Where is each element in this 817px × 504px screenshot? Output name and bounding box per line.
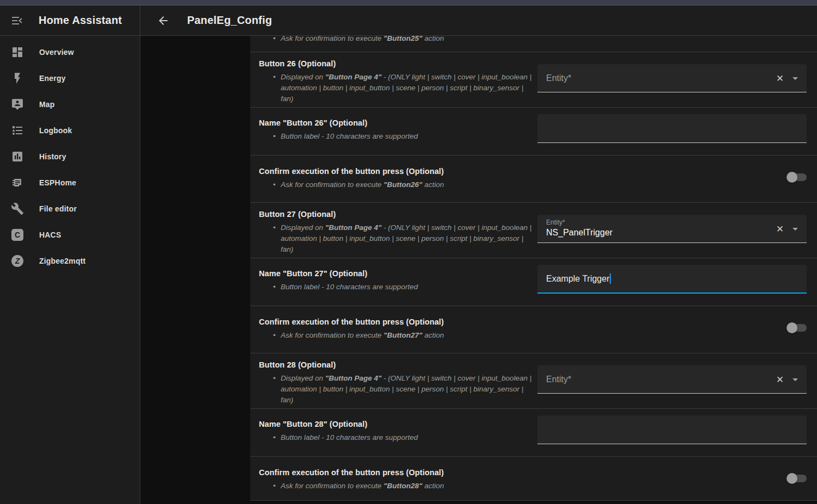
text-cursor — [610, 273, 611, 284]
config-row-button27: Button 27 (Optional) • Displayed on "But… — [250, 203, 817, 258]
sidebar-item-label: Logbook — [39, 126, 72, 135]
panel-header: PanelEg_Config — [140, 5, 817, 35]
sidebar-item-zigbee2mqtt[interactable]: Z Zigbee2mqtt — [0, 248, 140, 274]
row-heading: Name "Button 27" (Optional) — [259, 269, 534, 279]
row-heading: Button 26 (Optional) — [259, 59, 534, 69]
dropdown-caret-icon[interactable] — [793, 378, 798, 381]
name-input-button28[interactable] — [537, 415, 807, 444]
hacs-icon: C — [11, 228, 24, 241]
row-heading: Name "Button 26" (Optional) — [259, 118, 534, 128]
row-description: • Ask for confirmation to execute "Butto… — [259, 179, 534, 190]
config-row-clipped: • Ask for confirmation to execute "Butto… — [250, 36, 817, 52]
row-description: • Displayed on "Button Page 4" - (ONLY l… — [259, 373, 534, 406]
zigbee-icon: Z — [11, 254, 24, 267]
sidebar-item-history[interactable]: History — [0, 144, 140, 170]
config-row-name-button27: Name "Button 27" (Optional) • Button lab… — [250, 258, 817, 306]
flash-icon — [11, 72, 24, 85]
name-input-button26[interactable] — [537, 114, 807, 143]
page-title: PanelEg_Config — [187, 14, 272, 27]
list-icon — [11, 124, 24, 137]
entity-field-label: Entity* — [546, 375, 571, 384]
config-row-name-button26: Name "Button 26" (Optional) • Button lab… — [250, 108, 817, 155]
sidebar-item-label: ESPHome — [39, 178, 76, 187]
confirm-toggle-button28[interactable] — [787, 473, 807, 484]
clear-icon[interactable]: ✕ — [776, 73, 784, 83]
map-account-icon — [11, 98, 24, 111]
sidebar-item-hacs[interactable]: C HACS — [0, 222, 140, 248]
config-row-confirm-button28: Confirm execution of the button press (O… — [250, 457, 817, 501]
row-description: • Button label - 10 characters are suppo… — [259, 432, 534, 443]
sidebar-item-label: Map — [39, 100, 55, 109]
sidebar-item-label: Zigbee2mqtt — [39, 257, 85, 265]
config-row-confirm-button26: Confirm execution of the button press (O… — [250, 155, 817, 203]
app-title: Home Assistant — [39, 14, 122, 27]
sidebar-item-label: Energy — [39, 74, 66, 83]
sidebar-item-file-editor[interactable]: File editor — [0, 196, 140, 222]
row-description: • Button label - 10 characters are suppo… — [259, 282, 534, 293]
chip-icon — [11, 176, 24, 189]
row-heading: Button 27 (Optional) — [259, 209, 534, 220]
row-description: • Ask for confirmation to execute "Butto… — [259, 330, 534, 341]
sidebar-item-overview[interactable]: Overview — [0, 39, 140, 65]
row-heading: Confirm execution of the button press (O… — [259, 468, 534, 478]
browser-top-strip — [0, 0, 817, 5]
clear-icon[interactable]: ✕ — [776, 224, 784, 233]
row-description: • Displayed on "Button Page 4" - (ONLY l… — [259, 222, 534, 255]
app-header: Home Assistant PanelEg_Config — [0, 5, 817, 36]
row-description: • Ask for confirmation to execute "Butto… — [259, 481, 534, 491]
row-heading: Confirm execution of the button press (O… — [259, 166, 534, 177]
menu-open-icon[interactable] — [11, 14, 24, 27]
sidebar-item-label: History — [39, 152, 66, 161]
name-input-button27[interactable]: Example Trigger — [537, 265, 807, 294]
sidebar-header: Home Assistant — [0, 5, 140, 35]
chart-box-icon — [11, 150, 24, 163]
confirm-toggle-button27[interactable] — [787, 322, 807, 333]
row-heading: Name "Button 28" (Optional) — [259, 419, 534, 430]
entity-select-button28[interactable]: Entity* ✕ — [537, 365, 807, 394]
config-row-button26: Button 26 (Optional) • Displayed on "But… — [250, 52, 817, 108]
sidebar-item-logbook[interactable]: Logbook — [0, 117, 140, 144]
dropdown-caret-icon[interactable] — [793, 77, 798, 80]
entity-select-button26[interactable]: Entity* ✕ — [537, 64, 807, 92]
entity-field-label: Entity* — [546, 219, 565, 226]
row-description: • Displayed on "Button Page 4" - (ONLY l… — [259, 72, 534, 104]
row-description: • Button label - 10 characters are suppo… — [259, 131, 534, 142]
row-heading: Button 28 (Optional) — [259, 360, 534, 370]
sidebar-item-label: File editor — [39, 204, 77, 213]
back-arrow-icon[interactable] — [157, 14, 170, 27]
row-description: • Ask for confirmation to execute "Butto… — [259, 36, 534, 44]
sidebar-item-map[interactable]: Map — [0, 91, 140, 117]
row-heading: Confirm execution of the button press (O… — [259, 317, 534, 327]
sidebar-item-esphome[interactable]: ESPHome — [0, 170, 140, 196]
sidebar-item-label: Overview — [39, 48, 74, 57]
wrench-icon — [11, 202, 24, 215]
entity-select-button27[interactable]: Entity* NS_PanelTrigger ✕ — [537, 215, 807, 243]
clear-icon[interactable]: ✕ — [776, 375, 784, 384]
dashboard-icon — [11, 46, 24, 59]
entity-field-value: NS_PanelTrigger — [546, 228, 612, 238]
confirm-toggle-button26[interactable] — [787, 172, 807, 183]
config-row-button28: Button 28 (Optional) • Displayed on "But… — [250, 353, 817, 409]
sidebar: Overview Energy Map Logbook Histo — [0, 36, 140, 504]
sidebar-item-energy[interactable]: Energy — [0, 65, 140, 91]
sidebar-item-label: HACS — [39, 231, 61, 239]
config-panel: • Ask for confirmation to execute "Butto… — [250, 36, 817, 501]
dropdown-caret-icon[interactable] — [793, 228, 798, 231]
entity-field-label: Entity* — [546, 73, 571, 83]
config-row-name-button28: Name "Button 28" (Optional) • Button lab… — [250, 409, 817, 457]
config-row-confirm-button27: Confirm execution of the button press (O… — [250, 306, 817, 353]
